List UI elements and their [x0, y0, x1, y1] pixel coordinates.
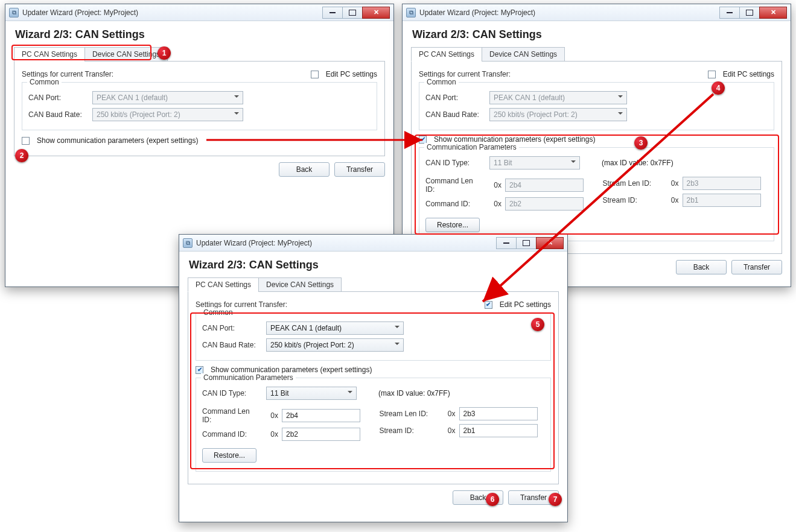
group-comm-legend: Communication Parameters: [201, 373, 296, 382]
can-port-combo: PEAK CAN 1 (default): [92, 91, 243, 104]
group-common: Common CAN Port: PEAK CAN 1 (default) CA…: [419, 82, 774, 130]
restore-button[interactable]: Restore...: [202, 448, 256, 463]
back-button[interactable]: Back: [676, 260, 727, 274]
settings-label: Settings for current Transfer:: [22, 70, 113, 78]
hex-prefix: 0x: [664, 179, 679, 188]
baud-label: CAN Baud Rate:: [425, 110, 486, 119]
hex-prefix: 0x: [264, 411, 278, 420]
titlebar[interactable]: ⧉ Updater Wizard (Project: MyProject): [403, 4, 791, 21]
window-3: ⧉ Updater Wizard (Project: MyProject) Wi…: [179, 234, 568, 522]
cmdlen-input: 2b4: [505, 179, 584, 192]
cmdlen-label: Command Len ID:: [425, 177, 483, 194]
edit-pc-checkbox[interactable]: [708, 71, 716, 78]
window-title: Updater Wizard (Project: MyProject): [22, 8, 323, 17]
page-title: Wizard 2/3: CAN Settings: [412, 28, 782, 41]
window-title: Updater Wizard (Project: MyProject): [419, 8, 720, 17]
maximize-button[interactable]: [739, 7, 760, 19]
maximize-button[interactable]: [342, 7, 363, 19]
strlen-label: Stream Len ID:: [603, 179, 661, 188]
cmd-label: Command ID:: [425, 200, 483, 208]
maximize-button[interactable]: [516, 237, 537, 249]
settings-label: Settings for current Transfer:: [196, 300, 287, 309]
close-button[interactable]: [759, 7, 787, 19]
cmd-input[interactable]: 2b2: [282, 428, 360, 441]
settings-label: Settings for current Transfer:: [419, 70, 511, 78]
back-button[interactable]: Back: [279, 162, 330, 177]
group-common: Common CAN Port: PEAK CAN 1 (default) CA…: [196, 312, 551, 361]
can-port-combo: PEAK CAN 1 (default): [489, 91, 627, 104]
app-icon: ⧉: [406, 8, 416, 17]
show-params-checkbox[interactable]: [419, 136, 427, 144]
show-params-checkbox[interactable]: [196, 366, 203, 374]
idtype-combo[interactable]: 11 Bit: [266, 387, 357, 400]
minimize-button[interactable]: [322, 7, 343, 19]
transfer-button[interactable]: Transfer: [731, 260, 782, 274]
can-baud-combo[interactable]: 250 kbit/s (Project Port: 2): [266, 338, 404, 352]
show-params-label: Show communication parameters (expert se…: [37, 136, 198, 145]
tab-bar: PC CAN Settings Device CAN Settings: [14, 47, 385, 62]
restore-button[interactable]: Restore...: [425, 218, 480, 232]
transfer-button[interactable]: Transfer: [334, 162, 385, 177]
port-label: CAN Port:: [202, 324, 263, 332]
transfer-button[interactable]: Transfer: [508, 490, 559, 505]
tab-bar: PC CAN Settings Device CAN Settings: [411, 47, 782, 62]
strlen-input[interactable]: 2b3: [459, 407, 538, 420]
hex-prefix: 0x: [264, 430, 278, 439]
tab-device-can[interactable]: Device CAN Settings: [84, 47, 168, 62]
cmdlen-label: Command Len ID:: [202, 407, 260, 424]
window-title: Updater Wizard (Project: MyProject): [196, 239, 497, 247]
idtype-combo: 11 Bit: [489, 156, 580, 169]
show-params-checkbox[interactable]: [22, 137, 30, 145]
show-params-label: Show communication parameters (expert se…: [211, 366, 372, 374]
cmd-label: Command ID:: [202, 430, 260, 439]
group-common-legend: Common: [201, 308, 235, 317]
max-id-label: (max ID value: 0x7FF): [602, 159, 673, 167]
group-common-legend: Common: [27, 78, 62, 86]
page-title: Wizard 2/3: CAN Settings: [189, 259, 559, 271]
tab-pc-can[interactable]: PC CAN Settings: [411, 47, 482, 62]
baud-label: CAN Baud Rate:: [202, 341, 263, 349]
max-id-label: (max ID value: 0x7FF): [378, 389, 450, 397]
tab-bar: PC CAN Settings Device CAN Settings: [188, 277, 559, 292]
minimize-button[interactable]: [496, 237, 517, 249]
show-params-label: Show communication parameters (expert se…: [434, 135, 595, 144]
can-baud-combo: 250 kbit/s (Project Port: 2): [489, 108, 627, 121]
str-label: Stream ID:: [603, 196, 661, 204]
port-label: CAN Port:: [425, 93, 486, 102]
tab-pc-can[interactable]: PC CAN Settings: [188, 277, 259, 292]
tab-pc-can[interactable]: PC CAN Settings: [14, 47, 85, 62]
str-label: Stream ID:: [380, 426, 438, 435]
hex-prefix: 0x: [441, 410, 456, 418]
group-common: Common CAN Port: PEAK CAN 1 (default) CA…: [22, 82, 377, 130]
tab-device-can[interactable]: Device CAN Settings: [258, 277, 342, 292]
close-button[interactable]: [362, 7, 390, 19]
cmd-input: 2b2: [505, 197, 584, 211]
port-label: CAN Port:: [28, 93, 89, 102]
close-button[interactable]: [536, 237, 564, 249]
minimize-button[interactable]: [719, 7, 740, 19]
str-input: 2b1: [683, 194, 761, 207]
tab-device-can[interactable]: Device CAN Settings: [482, 47, 565, 62]
strlen-label: Stream Len ID:: [380, 410, 438, 418]
can-port-combo[interactable]: PEAK CAN 1 (default): [266, 321, 404, 335]
hex-prefix: 0x: [487, 200, 501, 208]
page-title: Wizard 2/3: CAN Settings: [15, 28, 385, 41]
app-icon: ⧉: [183, 238, 193, 248]
edit-pc-label: Edit PC settings: [723, 70, 774, 78]
hex-prefix: 0x: [441, 426, 456, 435]
cmdlen-input[interactable]: 2b4: [282, 409, 360, 422]
edit-pc-label: Edit PC settings: [326, 70, 377, 78]
can-baud-combo: 250 kbit/s (Project Port: 2): [92, 108, 243, 121]
edit-pc-checkbox[interactable]: [311, 71, 319, 78]
group-comm-params: Communication Parameters CAN ID Type: 11…: [419, 147, 774, 241]
titlebar[interactable]: ⧉ Updater Wizard (Project: MyProject): [5, 4, 393, 21]
idtype-label: CAN ID Type:: [425, 159, 486, 167]
group-common-legend: Common: [424, 78, 459, 86]
baud-label: CAN Baud Rate:: [28, 110, 89, 119]
back-button[interactable]: Back: [453, 490, 503, 505]
str-input[interactable]: 2b1: [459, 424, 538, 437]
edit-pc-checkbox[interactable]: [485, 301, 492, 309]
app-icon: ⧉: [9, 8, 19, 17]
group-comm-legend: Communication Parameters: [424, 143, 519, 151]
titlebar[interactable]: ⧉ Updater Wizard (Project: MyProject): [179, 235, 567, 252]
